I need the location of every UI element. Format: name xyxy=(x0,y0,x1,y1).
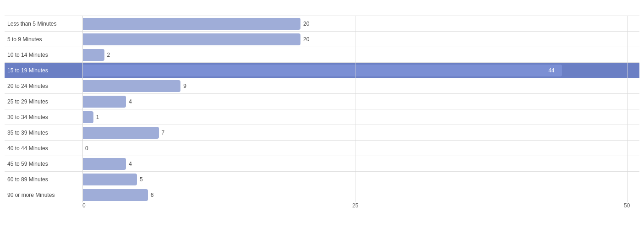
bar-value: 4 xyxy=(129,161,132,167)
bar-row: 10 to 14 Minutes2 xyxy=(5,47,639,62)
bar-container: 9 xyxy=(82,78,639,93)
bar-container: 5 xyxy=(82,172,639,187)
bar-label: 35 to 39 Minutes xyxy=(5,130,82,136)
bar-fill xyxy=(82,80,180,92)
bar-container: 20 xyxy=(82,32,639,47)
bar-row: 25 to 29 Minutes4 xyxy=(5,93,639,109)
bar-fill xyxy=(82,158,126,170)
bar-container: 7 xyxy=(82,125,639,140)
bar-fill xyxy=(82,33,300,45)
bar-value: 5 xyxy=(140,176,143,183)
bar-fill xyxy=(82,189,148,201)
bar-label: 60 to 89 Minutes xyxy=(5,176,82,183)
bar-value: 9 xyxy=(183,83,186,89)
bar-row: 15 to 19 Minutes44 xyxy=(5,62,639,78)
bar-label: 20 to 24 Minutes xyxy=(5,83,82,89)
bar-value: 4 xyxy=(129,98,132,105)
bar-label: 25 to 29 Minutes xyxy=(5,98,82,105)
bar-container: 1 xyxy=(82,109,639,125)
bar-fill xyxy=(82,49,104,61)
bar-row: 35 to 39 Minutes7 xyxy=(5,125,639,140)
x-axis-tick: 0 xyxy=(82,202,86,209)
x-axis-tick: 50 xyxy=(624,202,630,209)
bar-fill xyxy=(82,18,300,30)
bar-container: 4 xyxy=(82,94,639,109)
bar-row: 45 to 59 Minutes4 xyxy=(5,156,639,171)
chart-area: Less than 5 Minutes205 to 9 Minutes2010 … xyxy=(5,16,639,202)
bar-container: 20 xyxy=(82,16,639,31)
bar-label: 15 to 19 Minutes xyxy=(5,67,82,74)
bar-row: 20 to 24 Minutes9 xyxy=(5,78,639,93)
chart-wrapper: Less than 5 Minutes205 to 9 Minutes2010 … xyxy=(5,9,639,212)
bar-label: 40 to 44 Minutes xyxy=(5,145,82,152)
bar-row: 90 or more Minutes6 xyxy=(5,187,639,202)
bar-row: Less than 5 Minutes20 xyxy=(5,16,639,31)
bar-label: Less than 5 Minutes xyxy=(5,21,82,27)
bar-label: 45 to 59 Minutes xyxy=(5,161,82,167)
bar-row: 60 to 89 Minutes5 xyxy=(5,171,639,187)
bar-container: 6 xyxy=(82,187,639,202)
bar-value: 0 xyxy=(85,145,88,152)
x-axis-tick: 25 xyxy=(352,202,358,209)
bar-fill xyxy=(82,111,93,123)
bar-container: 44 xyxy=(82,63,639,78)
bar-fill xyxy=(82,174,137,185)
bar-container: 0 xyxy=(82,141,639,156)
bar-fill xyxy=(82,65,562,76)
bar-label: 30 to 34 Minutes xyxy=(5,114,82,120)
bar-value: 1 xyxy=(96,114,99,120)
bar-value: 44 xyxy=(548,67,554,74)
bar-row: 30 to 34 Minutes1 xyxy=(5,109,639,125)
bar-row: 5 to 9 Minutes20 xyxy=(5,31,639,47)
bar-value: 7 xyxy=(162,130,165,136)
bar-value: 2 xyxy=(107,52,110,58)
bar-label: 10 to 14 Minutes xyxy=(5,52,82,58)
bar-row: 40 to 44 Minutes0 xyxy=(5,140,639,156)
bar-label: 90 or more Minutes xyxy=(5,192,82,198)
bar-fill xyxy=(82,127,159,139)
bar-value: 20 xyxy=(303,36,309,43)
x-axis: 02550 xyxy=(5,202,639,212)
bar-container: 4 xyxy=(82,156,639,171)
bar-value: 6 xyxy=(151,192,154,198)
bar-container: 2 xyxy=(82,47,639,62)
bar-label: 5 to 9 Minutes xyxy=(5,36,82,43)
bar-value: 20 xyxy=(303,21,309,27)
bar-fill xyxy=(82,96,126,108)
